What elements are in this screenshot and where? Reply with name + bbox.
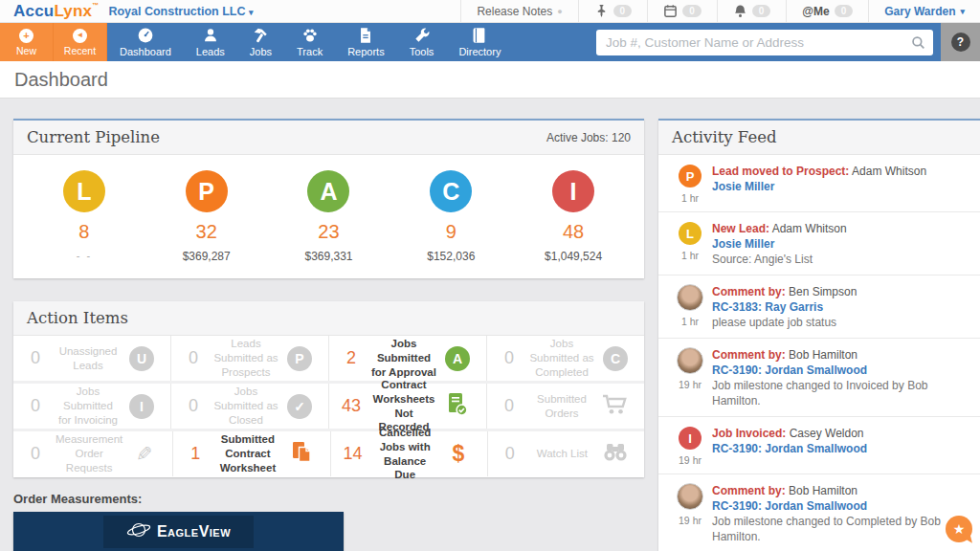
feed-detail: please update job status bbox=[712, 315, 969, 330]
report-file-icon bbox=[357, 27, 374, 44]
search-input[interactable] bbox=[596, 30, 933, 55]
nav-item-reports[interactable]: Reports bbox=[335, 23, 397, 61]
pipeline-stage-invoiced[interactable]: I 48 $1,049,524 bbox=[512, 170, 635, 263]
avatar bbox=[677, 347, 703, 374]
eagleview-banner[interactable]: EagleView bbox=[13, 512, 344, 551]
action-measurement-order-requests[interactable]: 0 Measurement Order Requests ✎ bbox=[13, 431, 173, 476]
feed-customer: Adam Whitson bbox=[849, 165, 926, 178]
bell-icon bbox=[733, 4, 747, 18]
wrench-icon bbox=[413, 27, 431, 44]
feed-timestamp: 1 hr bbox=[668, 192, 712, 204]
feed-detail: Source: Angie's List bbox=[712, 252, 969, 267]
prospect-badge-icon: P bbox=[679, 165, 702, 187]
nav-item-leads[interactable]: Leads bbox=[184, 23, 237, 61]
feedback-button[interactable]: ★ bbox=[946, 516, 972, 542]
status-dot-icon: ● bbox=[557, 7, 562, 16]
feed-job-link[interactable]: Josie Miller bbox=[712, 179, 774, 194]
action-jobs-submitted-invoicing[interactable]: 0 Jobs Submitted for Invoicing I bbox=[13, 384, 171, 429]
activity-feed-panel: Activity Feed P 1 hr Lead moved to Prosp… bbox=[658, 119, 980, 551]
nav-label: Track bbox=[297, 46, 323, 57]
action-jobs-submitted-completed[interactable]: 0 Jobs Submitted as Completed C bbox=[487, 336, 644, 381]
stage-count: 48 bbox=[512, 221, 635, 243]
stage-count: 9 bbox=[390, 221, 512, 243]
feed-customer: Bob Hamilton bbox=[786, 484, 858, 497]
calendar-icon bbox=[663, 4, 678, 18]
pipeline-stage-approved[interactable]: A 23 $369,331 bbox=[268, 170, 390, 263]
pipeline-stage-leads[interactable]: L 8 - - bbox=[23, 170, 145, 263]
search-icon[interactable] bbox=[911, 35, 925, 50]
release-notes-label: Release Notes bbox=[477, 5, 552, 18]
top-bar: AccuLynx™ Royal Construction LLC ▾ Relea… bbox=[0, 0, 980, 23]
action-jobs-submitted-approval[interactable]: 2 Jobs Submitted for Approval A bbox=[329, 336, 487, 381]
feed-job-link[interactable]: RC-3190: Jordan Smallwood bbox=[712, 441, 867, 456]
nav-label: Dashboard bbox=[120, 46, 171, 57]
company-selector[interactable]: Royal Construction LLC ▾ bbox=[108, 5, 253, 18]
chevron-down-icon: ▾ bbox=[249, 8, 254, 17]
acculynx-logo[interactable]: AccuLynx™ bbox=[0, 2, 108, 21]
feed-item: 19 hr Comment by: Bob Hamilton RC-3190: … bbox=[658, 339, 980, 417]
stage-amount: $152,036 bbox=[390, 250, 512, 263]
nav-item-tools[interactable]: Tools bbox=[397, 23, 447, 61]
stage-count: 23 bbox=[268, 221, 390, 243]
feed-timestamp: 19 hr bbox=[668, 454, 712, 466]
feed-job-link[interactable]: Josie Miller bbox=[712, 236, 774, 252]
i-badge-icon: I bbox=[129, 394, 154, 419]
stage-count: 8 bbox=[23, 221, 145, 243]
action-submitted-orders[interactable]: 0 Submitted Orders bbox=[487, 384, 644, 429]
pipeline-stage-completed[interactable]: C 9 $152,036 bbox=[390, 170, 512, 263]
question-mark-icon: ? bbox=[951, 33, 970, 52]
avatar bbox=[677, 483, 703, 510]
feed-action: Comment by: bbox=[712, 484, 786, 497]
invoiced-badge-icon: I bbox=[679, 427, 702, 450]
feed-job-link[interactable]: RC-3190: Jordan Smallwood bbox=[712, 363, 867, 378]
worksheet-check-icon bbox=[446, 392, 469, 421]
action-contract-worksheets-not-recorded[interactable]: 43 Contract Worksheets Not Recorded bbox=[329, 384, 487, 429]
eagleview-logo: EagleView bbox=[157, 523, 231, 540]
back-arrow-icon: ◄ bbox=[73, 29, 87, 43]
pipeline-stage-prospects[interactable]: P 32 $369,287 bbox=[145, 170, 268, 263]
feed-job-link[interactable]: RC-3183: Ray Garris bbox=[712, 299, 823, 315]
nav-label: Tools bbox=[410, 46, 434, 57]
nav-label: Jobs bbox=[250, 46, 272, 57]
feed-timestamp: 1 hr bbox=[668, 316, 712, 327]
user-menu[interactable]: Gary Warden ▾ bbox=[868, 0, 980, 22]
person-icon bbox=[202, 27, 219, 44]
calendar-button[interactable]: 0 bbox=[647, 0, 717, 22]
action-cancelled-jobs-balance-due[interactable]: 14 Cancelled Jobs with Balance Due $ bbox=[331, 431, 488, 476]
stage-amount: $369,331 bbox=[268, 250, 390, 263]
approved-stage-icon: A bbox=[307, 170, 349, 212]
feed-customer: Bob Hamilton bbox=[786, 348, 858, 362]
bell-count-badge: 0 bbox=[752, 5, 771, 17]
action-jobs-submitted-closed[interactable]: 0 Jobs Submitted as Closed ✓ bbox=[171, 384, 329, 429]
stage-amount: $1,049,524 bbox=[512, 250, 635, 263]
nav-item-dashboard[interactable]: Dashboard bbox=[107, 23, 184, 61]
nav-item-track[interactable]: Track bbox=[284, 23, 335, 61]
recent-button[interactable]: ◄ Recent bbox=[54, 23, 107, 61]
feed-timestamp: 1 hr bbox=[668, 250, 712, 261]
completed-stage-icon: C bbox=[430, 170, 472, 212]
action-submitted-contract-worksheet[interactable]: 1 Submitted Contract Worksheet bbox=[173, 431, 330, 476]
plus-icon: + bbox=[19, 29, 33, 43]
binoculars-icon bbox=[602, 443, 629, 466]
action-leads-submitted-prospects[interactable]: 0 Leads Submitted as Prospects P bbox=[171, 336, 329, 381]
feed-timestamp: 19 hr bbox=[668, 515, 712, 526]
check-circle-icon: ✓ bbox=[287, 394, 312, 419]
action-unassigned-leads[interactable]: 0 Unassigned Leads U bbox=[13, 336, 171, 381]
feed-job-link[interactable]: RC-3190: Jordan Smallwood bbox=[712, 498, 867, 514]
at-me-button[interactable]: @Me 0 bbox=[786, 0, 868, 22]
invoiced-stage-icon: I bbox=[552, 170, 594, 212]
nav-item-jobs[interactable]: Jobs bbox=[237, 23, 284, 61]
feed-item: L 1 hr New Lead: Adam Whitson Josie Mill… bbox=[658, 212, 980, 276]
feed-action: Comment by: bbox=[712, 348, 786, 362]
feed-customer: Casey Weldon bbox=[786, 427, 863, 440]
feed-item: P 1 hr Lead moved to Prospect: Adam Whit… bbox=[658, 155, 980, 212]
help-button[interactable]: ? bbox=[941, 23, 980, 61]
order-measurements-label: Order Measurements: bbox=[13, 492, 644, 506]
action-watch-list[interactable]: 0 Watch List bbox=[488, 431, 644, 476]
nav-item-directory[interactable]: Directory bbox=[446, 23, 513, 61]
release-notes-link[interactable]: Release Notes ● bbox=[460, 0, 577, 22]
notifications-button[interactable]: 0 bbox=[717, 0, 787, 22]
new-button[interactable]: + New bbox=[0, 23, 54, 61]
feed-action: Job Invoiced: bbox=[712, 427, 786, 440]
pinned-items-button[interactable]: 0 bbox=[578, 0, 648, 22]
